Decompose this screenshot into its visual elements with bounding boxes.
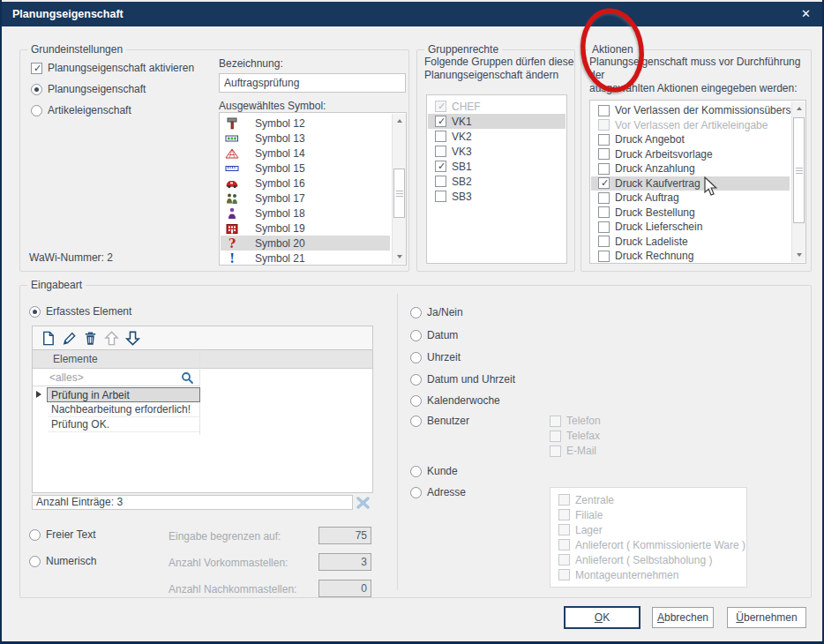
checkbox-icon[interactable] <box>558 539 570 550</box>
abbrechen-button[interactable]: Abbrechen <box>652 607 714 628</box>
checkbox-icon[interactable] <box>598 105 610 116</box>
bezeichnung-input[interactable]: Auftragsprüfung <box>219 73 406 93</box>
aktionen-scrollbar[interactable] <box>791 101 805 262</box>
checkbox-icon[interactable] <box>598 163 610 175</box>
search-icon[interactable] <box>181 371 194 385</box>
radio-row-numerisch[interactable]: Numerisch <box>29 554 96 568</box>
action-item-druck-kaufvertrag[interactable]: Druck Kaufvertrag <box>591 176 790 191</box>
adresse-option-anlieferort-kommissionierte-ware[interactable]: Anlieferort ( Kommissionierte Ware ) <box>551 537 745 552</box>
radio-row-datum-und-uhrzeit[interactable]: Datum und Uhrzeit <box>410 372 515 386</box>
action-item-druck-ladeliste[interactable]: Druck Ladeliste <box>591 235 790 250</box>
delete-icon[interactable] <box>82 330 99 347</box>
new-icon[interactable] <box>40 330 56 347</box>
elements-grid[interactable]: Elemente <alles> Prüfung in ArbeitNachbe… <box>32 349 373 493</box>
group-item-vk2[interactable]: VK2 <box>428 129 566 144</box>
action-item-druck-bestellung[interactable]: Druck Bestellung <box>591 206 790 221</box>
checkbox-icon[interactable] <box>598 236 610 247</box>
ok-button[interactable]: OK <box>564 606 640 629</box>
symbol-list-item-symbol-14[interactable]: Symbol 14 <box>221 146 390 161</box>
group-item-sb3[interactable]: SB3 <box>428 189 566 204</box>
freier-text-radio[interactable] <box>29 529 41 541</box>
symbol-list-item-symbol-12[interactable]: Symbol 12 <box>221 116 390 131</box>
checkbox-icon[interactable] <box>598 192 610 204</box>
grid-row-pruefung-ok[interactable]: Prüfung OK. <box>48 417 199 432</box>
adresse-option-montageunternehmen[interactable]: Montageunternehmen <box>551 567 745 582</box>
ja-nein-radio[interactable] <box>410 307 422 318</box>
symbol-list-item-symbol-18[interactable]: Symbol 18 <box>221 206 390 221</box>
clear-filter-icon[interactable] <box>356 497 370 509</box>
uebernehmen-button[interactable]: Übernehmen <box>727 607 806 628</box>
planungseigenschaft-radio[interactable] <box>31 84 42 95</box>
group-item-vk1[interactable]: VK1 <box>428 114 566 129</box>
checkbox-icon[interactable] <box>435 161 446 172</box>
checkbox-icon[interactable] <box>598 134 610 146</box>
symbol-list-item-symbol-21[interactable]: !Symbol 21 <box>221 251 390 266</box>
scrollbar-thumb[interactable] <box>793 117 805 223</box>
radio-row-planungseigenschaft[interactable]: Planungseigenschaft <box>31 82 146 96</box>
action-item-druck-rechnung[interactable]: Druck Rechnung <box>591 249 790 264</box>
gruppen-listbox[interactable]: CHEFVK1VK2VK3SB1SB2SB3 <box>426 94 567 264</box>
move-down-icon[interactable] <box>124 330 141 347</box>
aktivieren-checkbox[interactable] <box>31 63 42 74</box>
checkbox-icon[interactable] <box>558 494 570 505</box>
grid-row-pruefung-in-arbeit[interactable]: Prüfung in Arbeit <box>47 387 200 402</box>
symbol-list-item-symbol-13[interactable]: Symbol 13 <box>221 131 390 146</box>
numerisch-radio[interactable] <box>29 556 41 567</box>
checkbox-icon[interactable] <box>598 206 610 218</box>
radio-row-ja-nein[interactable]: Ja/Nein <box>410 305 463 319</box>
checkbox-icon[interactable] <box>558 509 570 520</box>
checkbox-icon[interactable] <box>558 569 570 580</box>
checkbox-row-aktivieren[interactable]: Planungseigenschaft aktivieren <box>31 61 194 75</box>
scrollbar-thumb[interactable] <box>393 168 405 218</box>
checkbox-icon[interactable] <box>598 221 610 233</box>
action-item-druck-lieferschein[interactable]: Druck Lieferschein <box>591 220 790 235</box>
scroll-up-icon[interactable] <box>393 114 406 128</box>
checkbox-icon[interactable] <box>435 101 446 112</box>
symbol-list-item-symbol-16[interactable]: Symbol 16 <box>221 176 390 191</box>
group-item-vk3[interactable]: VK3 <box>428 144 566 159</box>
checkbox-icon[interactable] <box>435 116 446 127</box>
adresse-option-lager[interactable]: Lager <box>551 522 745 537</box>
grid-row-nachbearbeitung-erforderlich[interactable]: Nachbearbeitung erforderlich! <box>48 402 199 417</box>
checkbox-icon[interactable] <box>435 146 446 157</box>
radio-row-adresse[interactable]: Adresse <box>410 485 466 499</box>
scroll-up-icon[interactable] <box>792 101 805 116</box>
close-icon[interactable]: ✕ <box>801 2 811 26</box>
action-item-vor-verlassen-der-kommissionsuebersi[interactable]: Vor Verlassen der Kommissionsübersi... <box>591 103 790 118</box>
adresse-option-anlieferort-selbstabholung[interactable]: Anlieferort ( Selbstabholung ) <box>551 552 745 567</box>
radio-row-uhrzeit[interactable]: Uhrzeit <box>410 350 461 364</box>
edit-icon[interactable] <box>61 330 78 347</box>
checkbox-icon[interactable] <box>598 177 610 189</box>
symbol-list-item-symbol-17[interactable]: Symbol 17 <box>221 191 390 206</box>
checkbox-icon[interactable] <box>598 251 610 262</box>
group-item-sb1[interactable]: SB1 <box>428 159 566 174</box>
kunde-radio[interactable] <box>410 466 422 477</box>
symbol-list-item-symbol-15[interactable]: Symbol 15 <box>221 161 390 176</box>
grid-filter-row[interactable]: <alles> <box>33 369 199 386</box>
benutzer-radio[interactable] <box>410 416 422 427</box>
uhrzeit-radio[interactable] <box>410 352 422 363</box>
radio-row-erfasstes-element[interactable]: Erfasstes Element <box>29 304 131 318</box>
action-item-druck-anzahlung[interactable]: Druck Anzahlung <box>591 161 790 176</box>
aktionen-listbox[interactable]: Vor Verlassen der Kommissionsübersi...Vo… <box>589 100 806 264</box>
radio-row-benutzer[interactable]: Benutzer <box>410 414 469 428</box>
symbol-listbox[interactable]: Symbol 12Symbol 13Symbol 14Symbol 15Symb… <box>219 112 407 266</box>
datum-radio[interactable] <box>410 330 422 341</box>
adresse-option-filiale[interactable]: Filiale <box>551 507 745 522</box>
checkbox-icon[interactable] <box>598 119 610 131</box>
datum-und-uhrzeit-radio[interactable] <box>410 374 422 386</box>
artikeleigenschaft-radio[interactable] <box>31 105 42 116</box>
kalenderwoche-radio[interactable] <box>410 395 422 407</box>
action-item-druck-arbeitsvorlage[interactable]: Druck Arbeitsvorlage <box>591 147 790 162</box>
checkbox-icon[interactable] <box>598 148 610 160</box>
radio-row-kalenderwoche[interactable]: Kalenderwoche <box>410 393 500 408</box>
action-item-vor-verlassen-der-artikeleingabe[interactable]: Vor Verlassen der Artikeleingabe <box>591 118 790 133</box>
radio-row-freier-text[interactable]: Freier Text <box>29 528 95 542</box>
adresse-listbox[interactable]: ZentraleFilialeLagerAnlieferort ( Kommis… <box>550 487 747 588</box>
scroll-down-icon[interactable] <box>792 248 805 262</box>
radio-row-datum[interactable]: Datum <box>410 328 458 342</box>
symbol-scrollbar[interactable] <box>392 114 406 264</box>
action-item-druck-auftrag[interactable]: Druck Auftrag <box>591 191 790 206</box>
symbol-list-item-symbol-20[interactable]: ?Symbol 20 <box>221 236 390 251</box>
checkbox-icon[interactable] <box>435 131 446 142</box>
